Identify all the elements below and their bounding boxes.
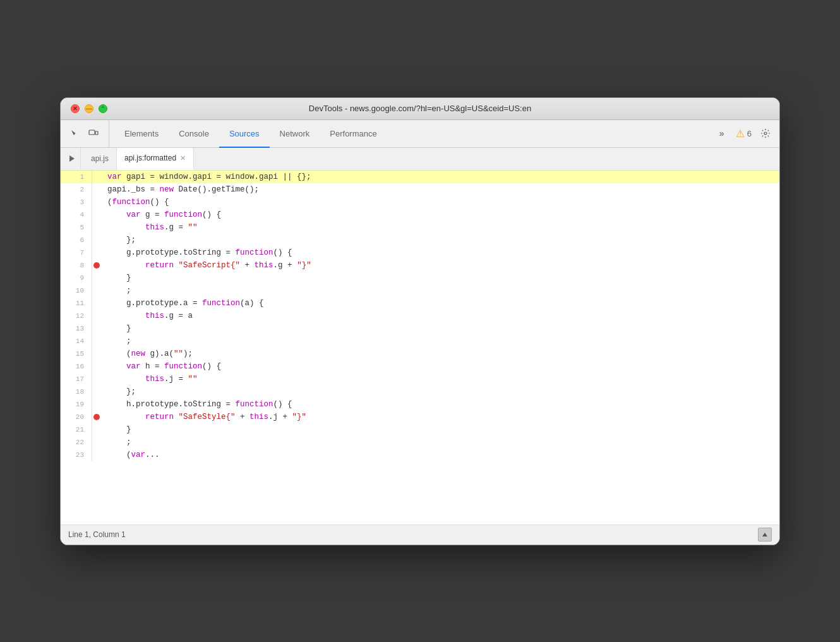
line-number: 12 — [61, 310, 92, 322]
code-line: 20 return "SafeStyle{" + this.j + "}" — [61, 411, 779, 423]
file-tab-api-js[interactable]: api.js — [83, 148, 117, 170]
line-number: 2 — [61, 183, 92, 196]
line-content: } — [102, 272, 131, 284]
line-content: var g = function() { — [102, 209, 221, 221]
line-number: 3 — [61, 196, 92, 209]
warning-count: 6 — [747, 129, 752, 138]
tab-performance[interactable]: Performance — [320, 121, 387, 148]
code-line: 22 ; — [61, 436, 779, 449]
title-bar: ✕ — ⌃ DevTools - news.google.com/?hl=en-… — [61, 98, 779, 120]
svg-marker-4 — [762, 533, 767, 536]
code-line: 1var gapi = window.gapi = window.gapi ||… — [61, 171, 779, 183]
file-tab-api-js-formatted[interactable]: api.js:formatted ✕ — [117, 148, 194, 170]
line-number: 15 — [61, 348, 92, 360]
code-line: 8 return "SafeScript{" + this.g + "}" — [61, 259, 779, 272]
line-number: 23 — [61, 449, 92, 461]
line-number: 14 — [61, 335, 92, 348]
toolbar-icons — [66, 120, 109, 147]
svg-rect-0 — [89, 130, 95, 135]
devtools-window: ✕ — ⌃ DevTools - news.google.com/?hl=en-… — [60, 97, 780, 545]
svg-point-2 — [764, 132, 767, 135]
line-content: } — [102, 423, 131, 436]
line-number: 16 — [61, 360, 92, 373]
status-bar: Line 1, Column 1 — [61, 524, 779, 545]
line-number: 8 — [61, 259, 92, 272]
breakpoint-marker[interactable] — [93, 262, 100, 269]
line-number: 18 — [61, 385, 92, 398]
code-line: 21 } — [61, 423, 779, 436]
line-content: var h = function() { — [102, 360, 221, 373]
tab-network[interactable]: Network — [270, 121, 320, 148]
warning-badge[interactable]: ⚠ 6 — [736, 128, 752, 140]
maximize-button[interactable]: ⌃ — [99, 104, 107, 113]
line-content: ; — [102, 284, 131, 297]
line-content: return "SafeStyle{" + this.j + "}" — [102, 411, 306, 423]
code-line: 23 (var... — [61, 449, 779, 461]
code-line: 19 h.prototype.toString = function() { — [61, 398, 779, 411]
settings-icon[interactable] — [757, 124, 774, 142]
code-line: 12 this.g = a — [61, 310, 779, 322]
traffic-lights: ✕ — ⌃ — [71, 104, 107, 113]
code-editor[interactable]: 1var gapi = window.gapi = window.gapi ||… — [61, 171, 779, 524]
line-number: 5 — [61, 221, 92, 234]
scroll-to-top-button[interactable] — [758, 528, 772, 542]
tab-elements[interactable]: Elements — [114, 121, 169, 148]
warning-icon: ⚠ — [736, 128, 745, 140]
line-content: (function() { — [102, 196, 169, 209]
code-line: 15 (new g).a(""); — [61, 348, 779, 360]
line-number: 6 — [61, 234, 92, 246]
line-number: 11 — [61, 297, 92, 310]
line-content: this.g = a — [102, 310, 193, 322]
code-line: 17 this.j = "" — [61, 373, 779, 385]
line-number: 1 — [61, 171, 92, 183]
main-tabs: Elements Console Sources Network Perform… — [114, 120, 713, 147]
more-tabs-button[interactable]: » — [713, 124, 731, 142]
tab-sources[interactable]: Sources — [219, 121, 270, 148]
cursor-position: Line 1, Column 1 — [68, 530, 126, 539]
line-number: 10 — [61, 284, 92, 297]
line-content: var gapi = window.gapi = window.gapi || … — [102, 171, 311, 183]
code-line: 14 ; — [61, 335, 779, 348]
line-content: return "SafeScript{" + this.g + "}" — [102, 259, 311, 272]
line-number: 21 — [61, 423, 92, 436]
code-line: 18 }; — [61, 385, 779, 398]
line-content: this.j = "" — [102, 373, 198, 385]
line-content: (var... — [102, 449, 160, 461]
cursor-icon[interactable] — [66, 124, 83, 142]
svg-marker-3 — [69, 155, 75, 162]
line-content: gapi._bs = new Date().getTime(); — [102, 183, 259, 196]
code-line: 16 var h = function() { — [61, 360, 779, 373]
line-number: 4 — [61, 209, 92, 221]
device-toolbar-icon[interactable] — [85, 124, 102, 142]
close-button[interactable]: ✕ — [71, 104, 80, 113]
line-number: 9 — [61, 272, 92, 284]
line-content: g.prototype.toString = function() { — [102, 246, 292, 259]
line-content: ; — [102, 335, 131, 348]
code-line: 2gapi._bs = new Date().getTime(); — [61, 183, 779, 196]
code-line: 7 g.prototype.toString = function() { — [61, 246, 779, 259]
code-line: 5 this.g = "" — [61, 221, 779, 234]
line-number: 22 — [61, 436, 92, 449]
svg-rect-1 — [95, 131, 98, 135]
close-tab-icon[interactable]: ✕ — [180, 155, 186, 162]
line-number: 20 — [61, 411, 92, 423]
line-content: }; — [102, 385, 136, 398]
line-content: ; — [102, 436, 131, 449]
code-line: 6 }; — [61, 234, 779, 246]
line-content: this.g = "" — [102, 221, 198, 234]
line-number: 13 — [61, 322, 92, 335]
tab-console[interactable]: Console — [169, 121, 219, 148]
line-number: 17 — [61, 373, 92, 385]
breakpoint-marker[interactable] — [93, 414, 100, 420]
line-content: g.prototype.a = function(a) { — [102, 297, 264, 310]
pause-resume-icon[interactable] — [63, 148, 81, 170]
line-content: }; — [102, 234, 136, 246]
minimize-button[interactable]: — — [85, 104, 93, 113]
code-line: 3(function() { — [61, 196, 779, 209]
line-content: h.prototype.toString = function() { — [102, 398, 292, 411]
window-title: DevTools - news.google.com/?hl=en-US&gl=… — [309, 104, 531, 113]
code-line: 13 } — [61, 322, 779, 335]
line-content: } — [102, 322, 131, 335]
code-line: 4 var g = function() { — [61, 209, 779, 221]
line-number: 19 — [61, 398, 92, 411]
